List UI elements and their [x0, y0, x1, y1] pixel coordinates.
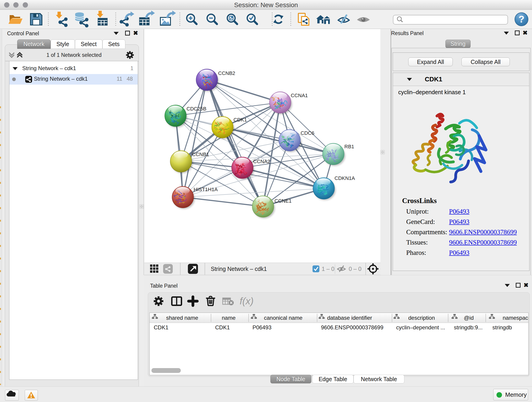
svg-text:CCNA2: CCNA2: [253, 159, 270, 164]
svg-text:1 – 0: 1 – 0: [322, 266, 335, 272]
svg-text:CCNB1: CCNB1: [192, 152, 209, 157]
svg-text:CCNB2: CCNB2: [218, 70, 235, 76]
svg-text:CCNE1: CCNE1: [274, 198, 292, 204]
svg-text:description: description: [408, 315, 435, 321]
svg-text:HIST1H1A: HIST1H1A: [194, 186, 218, 192]
svg-text:1 of 1 Network selected: 1 of 1 Network selected: [46, 52, 101, 58]
svg-text:CDC25B: CDC25B: [186, 106, 206, 112]
svg-text:canonical name: canonical name: [264, 315, 302, 321]
svg-text:RB1: RB1: [344, 144, 354, 149]
svg-text:f(x): f(x): [240, 296, 254, 306]
svg-text:CDC6: CDC6: [301, 130, 314, 136]
svg-text:shared name: shared name: [166, 315, 198, 321]
svg-text:namespace: namespace: [503, 315, 528, 321]
svg-text:CCNA1: CCNA1: [291, 93, 308, 98]
svg-text:?: ?: [519, 14, 525, 25]
svg-text:String Network – cdk1: String Network – cdk1: [211, 266, 267, 272]
svg-text:CDK1: CDK1: [234, 117, 247, 123]
svg-text:database identifier: database identifier: [327, 315, 372, 321]
svg-text:CDKN1A: CDKN1A: [335, 175, 355, 181]
svg-text:0 – 0: 0 – 0: [349, 266, 361, 272]
svg-text:name: name: [222, 315, 235, 321]
svg-text:@id: @id: [464, 315, 474, 321]
